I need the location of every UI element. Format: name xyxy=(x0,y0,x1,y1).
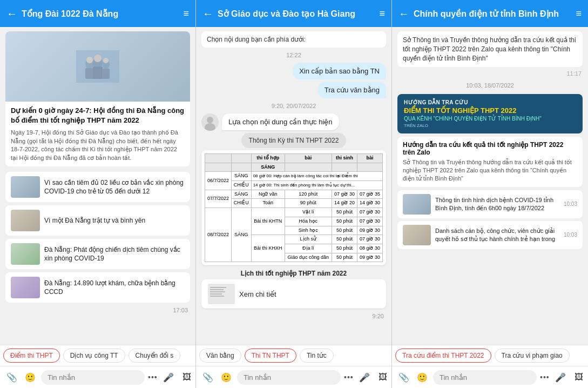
td-0730-3: 07 giờ 30 xyxy=(357,217,382,226)
th-thi-to-hop: thi tổ hợp xyxy=(251,154,285,163)
p3-news-item-1[interactable]: Thông tin tình hình dịch bệnh COVID-19 t… xyxy=(397,190,583,218)
tab-tin-tuc[interactable]: Tin tức xyxy=(300,349,334,363)
th-sub6 xyxy=(357,163,382,172)
p2-attach-icon[interactable]: 📎 xyxy=(200,370,215,385)
news-card-content: Dự kiến 0 giờ ngày 24-7: Hội đồng thi Đà… xyxy=(5,102,190,166)
p2-emoji-icon[interactable]: 🙂 xyxy=(219,370,234,385)
p2-gallery-icon[interactable]: 🖼 xyxy=(375,370,390,385)
svg-point-8 xyxy=(94,55,102,62)
p3-thumb-1 xyxy=(403,194,431,215)
p3-banner-line3: QUA KÊNH "CHÍNH QUYỀN ĐIỆN TỬ TỈNH BÌNH … xyxy=(404,116,576,122)
td-khtn: Bài thi KHTN xyxy=(251,208,285,235)
panel2-back-button[interactable]: ← xyxy=(202,8,213,20)
p3-gallery-icon[interactable]: 🖼 xyxy=(571,370,586,385)
panel2-header: ← Sở Giáo dục và Đào tạo Hà Giang ≡ xyxy=(196,0,391,27)
p3-intro-text: Sở Thông tin và Truyền thông hướng dẫn t… xyxy=(397,31,583,67)
p2-message-input[interactable] xyxy=(237,370,341,385)
td-sang-2: SÁNG xyxy=(232,190,252,199)
main-news-card[interactable]: Dự kiến 0 giờ ngày 24-7: Hội đồng thi Đà… xyxy=(5,31,190,166)
td-0730-4: 07 giờ 30 xyxy=(357,235,382,244)
p2-more-options-icon[interactable]: ••• xyxy=(344,373,354,382)
th-sub5 xyxy=(332,163,357,172)
svg-point-7 xyxy=(86,57,93,63)
svg-rect-16 xyxy=(210,291,225,292)
bubble-left-wrapper: Lựa chọn nội dung cần thực hiện xyxy=(201,113,386,131)
svg-rect-5 xyxy=(93,66,103,79)
news-list-item-1[interactable]: Vì sao cần tiêm đủ 02 liều cơ bản vắc xi… xyxy=(5,172,190,202)
bubble-right-2: Tra cứu văn bằng xyxy=(318,82,386,98)
news-thumb-3 xyxy=(11,243,40,265)
news-list-item-2[interactable]: Vì một Đà Nẵng trật tự và bình yên xyxy=(5,205,190,236)
svg-point-9 xyxy=(103,58,109,63)
time-badge-1: 17:03 xyxy=(5,307,190,313)
svg-rect-17 xyxy=(210,293,222,295)
tab-van-bang[interactable]: Văn bằng xyxy=(199,349,241,363)
panel2-input-bar: 📎 🙂 ••• 🎤 🖼 xyxy=(196,366,391,388)
attach-icon[interactable]: 📎 xyxy=(4,370,19,385)
p3-news-item-2[interactable]: Danh sách cán bộ, công chức, viên chức g… xyxy=(397,221,583,249)
message-input[interactable] xyxy=(41,370,145,385)
panel3-header: ← Chính quyền điện tử tỉnh Bình Định ≡ xyxy=(392,0,588,27)
message-list: Chọn nội dung bạn cần phía dưới: 12:22 X… xyxy=(201,31,386,309)
panel1-bottom-tabs: Điểm thi THPT Dịch vụ công TT Chuyển đổi… xyxy=(0,345,195,366)
mic-icon[interactable]: 🎤 xyxy=(161,370,176,385)
p3-emoji-icon[interactable]: 🙂 xyxy=(415,370,430,385)
p3-message-input[interactable] xyxy=(433,370,537,385)
td-0930-1: 09 giờ 30 xyxy=(357,226,382,235)
news-item-text-4: Đà Nẵng: 14.890 lượt khám, chữa bệnh bằn… xyxy=(44,279,185,296)
panel1-input-bar: 📎 🙂 ••• 🎤 🖼 xyxy=(0,366,195,388)
p3-article-card[interactable]: Hướng dẫn tra cứu kết quả thi tốt nghiệp… xyxy=(397,137,583,187)
table-label: Lịch thi tốt nghiệp THPT năm 2022 xyxy=(201,270,386,277)
td-sang-3: SÁNG xyxy=(232,208,252,262)
tab-tra-cuu-vi-pham[interactable]: Tra cứu vi phạm giao xyxy=(495,349,570,363)
tab-tra-cuu-diem[interactable]: Tra cứu điểm thi THPT 2022 xyxy=(395,349,491,363)
td-date-07: 07/7/2022 xyxy=(205,190,232,208)
td-nguvam: Ngữ văn xyxy=(251,190,285,199)
svg-rect-18 xyxy=(210,296,224,297)
tab-chuyen-doi[interactable]: Chuyển đổi s xyxy=(129,349,181,363)
news-thumb-1 xyxy=(11,176,40,198)
svg-rect-14 xyxy=(210,287,226,288)
td-toan: Toán xyxy=(251,199,285,208)
panel-2: ← Sở Giáo dục và Đào tạo Hà Giang ≡ Chọn… xyxy=(196,0,392,388)
system-msg-1: Chọn nội dung bạn cần phía dưới: xyxy=(201,31,386,48)
news-item-text-1: Vì sao cần tiêm đủ 02 liều cơ bản vắc xi… xyxy=(44,178,185,196)
td-desc-1: 08 giờ 00: Hợp cán bộ làm công tác coi t… xyxy=(251,172,382,181)
td-50p-1: 50 phút xyxy=(332,208,357,217)
bubble-left-1: Lựa chọn nội dung cần thực hiện xyxy=(222,113,339,130)
tab-diem-thi-thpt[interactable]: Điểm thi THPT xyxy=(3,349,60,363)
td-50p-3: 50 phút xyxy=(332,226,357,235)
news-list-item-3[interactable]: Đà Nẵng: Phát động chiến dịch tiêm chúng… xyxy=(5,239,190,269)
tab-thi-tn-thpt[interactable]: Thi TN THPT xyxy=(245,349,296,363)
menu-button[interactable]: ≡ xyxy=(183,8,189,19)
panel3-back-button[interactable]: ← xyxy=(398,8,409,20)
news-list-item-4[interactable]: Đà Nẵng: 14.890 lượt khám, chữa bệnh bằn… xyxy=(5,272,190,303)
svg-rect-15 xyxy=(210,289,224,290)
panel2-bottom-tabs: Văn bằng Thi TN THPT Tin tức xyxy=(196,345,391,366)
p3-attach-icon[interactable]: 📎 xyxy=(396,370,411,385)
news-thumb-2 xyxy=(11,210,40,231)
td-120p: 120 phút xyxy=(285,190,332,199)
p3-more-options-icon[interactable]: ••• xyxy=(540,373,550,382)
tab-dich-vu-cong[interactable]: Dịch vụ công TT xyxy=(63,349,125,363)
xem-chi-tiet-row[interactable]: Xem chi tiết xyxy=(201,279,386,309)
td-0930-2: 09 giờ 30 xyxy=(357,253,382,262)
more-options-icon[interactable]: ••• xyxy=(148,373,158,382)
th-thi-sinh: thi sinh xyxy=(332,154,357,163)
p2-mic-icon[interactable]: 🎤 xyxy=(357,370,372,385)
td-90p: 90 phút xyxy=(285,199,332,208)
th-sub1 xyxy=(205,163,232,172)
schedule-table: thi tổ hợp bài thi sinh bài SÁNG xyxy=(205,153,383,262)
th-sang: SÁNG xyxy=(251,163,285,172)
xem-chi-tiet-text: Xem chi tiết xyxy=(239,290,276,298)
p3-mic-icon[interactable]: 🎤 xyxy=(553,370,568,385)
panel2-menu-button[interactable]: ≡ xyxy=(379,8,385,19)
panel3-menu-button[interactable]: ≡ xyxy=(576,8,582,19)
p3-banner-line1: HƯỚNG DẪN TRA CỨU xyxy=(404,99,576,105)
schedule-table-container: thi tổ hợp bài thi sinh bài SÁNG xyxy=(201,150,386,265)
gallery-icon[interactable]: 🖼 xyxy=(179,370,194,385)
emoji-icon[interactable]: 🙂 xyxy=(23,370,38,385)
news-image xyxy=(5,31,190,102)
msg-time-1: 12:22 xyxy=(201,52,386,58)
back-button[interactable]: ← xyxy=(6,8,17,20)
